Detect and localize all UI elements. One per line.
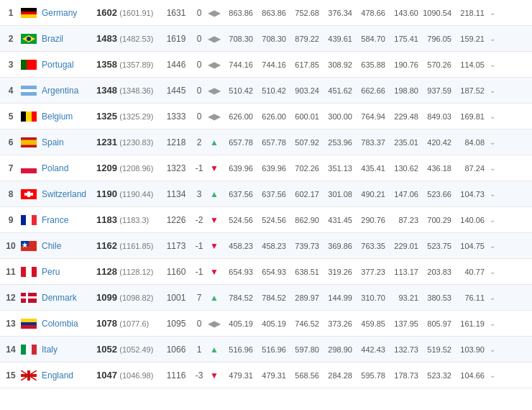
data-col-6: 175.41: [387, 35, 420, 43]
rank-cell: 8: [3, 189, 19, 199]
country-name[interactable]: Colombia: [39, 319, 96, 329]
expand-button[interactable]: ⌄: [486, 190, 499, 198]
change-num-cell: 0: [191, 60, 207, 70]
change-num-cell: 7: [191, 293, 207, 303]
rank-cell: 12: [3, 293, 19, 303]
country-name[interactable]: Switzerland: [39, 189, 96, 199]
svg-rect-0: [21, 8, 37, 12]
data-col-2: 626.00: [254, 112, 288, 121]
table-row: 7 Poland 1209 (1208.96) 1323 -1 ▼ 639.96…: [0, 155, 532, 181]
points-sub: (1357.89): [119, 60, 153, 69]
trend-down-icon: ▼: [210, 267, 219, 277]
svg-rect-38: [32, 345, 37, 355]
change-icon-cell: ▼: [207, 241, 221, 251]
data-col-7: 420.42: [420, 138, 453, 147]
country-name[interactable]: Italy: [39, 345, 96, 355]
data-col-8: 159.21: [453, 35, 486, 43]
data-col-3: 289.97: [288, 293, 321, 302]
expand-button[interactable]: ⌄: [486, 293, 499, 301]
country-name[interactable]: Spain: [39, 137, 96, 147]
data-col-3: 862.90: [288, 216, 321, 224]
expand-button[interactable]: ⌄: [486, 268, 499, 275]
svg-rect-27: [21, 267, 26, 277]
expand-button[interactable]: ⌄: [486, 138, 499, 146]
points-sub: (1348.36): [119, 86, 153, 95]
change-icon-cell: ◀▶: [207, 86, 221, 96]
svg-rect-33: [21, 319, 37, 322]
data-col-4: 300.00: [321, 112, 354, 121]
points-cell: 1358 (1357.89): [96, 59, 161, 70]
data-col-1: 784.52: [221, 293, 254, 302]
expand-button[interactable]: ⌄: [486, 86, 499, 94]
country-name[interactable]: Chile: [39, 241, 96, 251]
expand-button[interactable]: ⌄: [486, 216, 499, 224]
data-col-3: 638.51: [288, 268, 321, 276]
country-name[interactable]: Peru: [39, 267, 96, 277]
data-col-5: 662.66: [354, 86, 387, 95]
chevron-down-icon: ⌄: [490, 268, 495, 275]
table-row: 6 Spain 1231 (1230.83) 1218 2 ▲ 657.78 6…: [0, 129, 532, 155]
flag-cell: [19, 293, 39, 303]
data-col-3: 739.73: [288, 242, 321, 250]
points-sub: (1482.53): [119, 35, 153, 43]
chevron-down-icon: ⌄: [490, 138, 495, 146]
svg-rect-36: [21, 345, 26, 355]
data-col-1: 863.86: [221, 9, 254, 17]
data-col-2: 405.19: [254, 319, 288, 328]
change-num-cell: 0: [191, 319, 207, 329]
data-col-4: 319.26: [321, 268, 354, 276]
flag-cell: [19, 137, 39, 147]
data-col-7: 519.52: [420, 345, 453, 354]
data-col-6: 198.80: [387, 86, 420, 95]
data-col-2: 479.31: [254, 371, 288, 380]
svg-rect-34: [21, 322, 37, 325]
flag-cell: [19, 370, 39, 381]
prev-points-cell: 1066: [161, 345, 191, 355]
country-name[interactable]: Poland: [39, 163, 96, 173]
expand-button[interactable]: ⌄: [486, 164, 499, 172]
country-name[interactable]: Brazil: [39, 34, 96, 44]
data-col-1: 479.31: [221, 371, 254, 380]
rank-cell: 15: [3, 370, 19, 381]
expand-button[interactable]: ⌄: [486, 319, 499, 327]
data-col-2: 524.56: [254, 216, 288, 224]
flag-cell: [19, 111, 39, 122]
points-cell: 1190 (1190.44): [96, 188, 161, 199]
data-col-4: 144.99: [321, 293, 354, 302]
country-name[interactable]: Denmark: [39, 293, 96, 303]
change-icon-cell: ▼: [207, 267, 221, 277]
data-col-8: 169.81: [453, 112, 486, 121]
data-col-1: 516.96: [221, 345, 254, 354]
table-row: 11 Peru 1128 (1128.12) 1160 -1 ▼ 654.93 …: [0, 259, 532, 285]
trend-up-icon: ▲: [210, 293, 219, 303]
expand-button[interactable]: ⌄: [486, 9, 499, 17]
country-name[interactable]: Portugal: [39, 60, 96, 70]
country-name[interactable]: Germany: [39, 8, 96, 18]
prev-points-cell: 1160: [161, 267, 191, 277]
expand-button[interactable]: ⌄: [486, 35, 499, 42]
data-col-2: 863.86: [254, 9, 288, 17]
data-col-4: 253.96: [321, 138, 354, 147]
data-col-2: 654.93: [254, 268, 288, 276]
points-sub: (1601.91): [119, 9, 153, 17]
expand-button[interactable]: ⌄: [486, 242, 499, 250]
prev-points-cell: 1446: [161, 60, 191, 70]
expand-button[interactable]: ⌄: [486, 60, 499, 68]
chevron-down-icon: ⌄: [490, 216, 495, 224]
flag-cell: [19, 60, 39, 70]
data-col-7: 849.03: [420, 112, 453, 121]
data-col-2: 744.16: [254, 60, 288, 69]
data-col-5: 764.94: [354, 112, 387, 121]
country-name[interactable]: Argentina: [39, 86, 96, 96]
points-main: 1348: [96, 85, 117, 96]
country-name[interactable]: France: [39, 215, 96, 225]
expand-button[interactable]: ⌄: [486, 345, 499, 353]
change-icon-cell: ▲: [207, 293, 221, 303]
change-icon-cell: ▼: [207, 163, 221, 173]
country-name[interactable]: Belgium: [39, 111, 96, 122]
data-col-1: 405.19: [221, 319, 254, 328]
data-col-8: 76.11: [453, 293, 486, 302]
expand-button[interactable]: ⌄: [486, 371, 499, 379]
expand-button[interactable]: ⌄: [486, 112, 499, 120]
country-name[interactable]: England: [39, 370, 96, 381]
